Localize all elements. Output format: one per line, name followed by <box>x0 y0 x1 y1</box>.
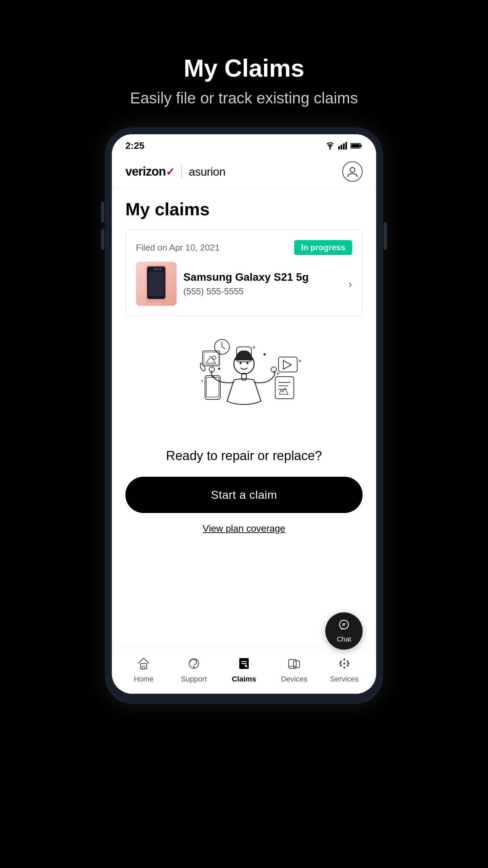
support-icon <box>185 655 202 672</box>
svg-point-65 <box>340 660 342 663</box>
devices-icon <box>286 655 303 672</box>
phone-thumbnail <box>143 265 170 302</box>
chat-fab-icon <box>338 619 350 634</box>
device-name: Samsung Galaxy S21 5g <box>183 271 342 283</box>
svg-point-50 <box>212 356 216 359</box>
svg-point-69 <box>343 658 345 660</box>
svg-text:✦: ✦ <box>217 366 221 372</box>
nav-item-home[interactable]: Home <box>119 655 169 684</box>
nav-item-claims[interactable]: Claims <box>219 655 269 684</box>
power-button <box>384 222 387 250</box>
svg-point-13 <box>157 268 159 270</box>
bottom-nav: Home Support <box>112 648 376 694</box>
svg-point-21 <box>271 367 277 372</box>
nav-label-devices: Devices <box>281 675 307 684</box>
device-info: Samsung Galaxy S21 5g (555) 555-5555 <box>183 271 342 297</box>
svg-point-51 <box>340 620 348 629</box>
page-wrapper: My Claims Easily file or track existing … <box>0 27 488 868</box>
svg-line-43 <box>222 347 225 349</box>
page-header: My Claims Easily file or track existing … <box>130 54 358 107</box>
asurion-logo: asurion <box>189 165 225 178</box>
chat-fab-label: Chat <box>337 635 351 643</box>
profile-icon <box>346 165 359 178</box>
app-header: verizon✓ asurion <box>112 155 376 189</box>
claim-device-row[interactable]: Samsung Galaxy S21 5g (555) 555-5555 › <box>136 262 352 306</box>
wifi-icon <box>325 142 336 150</box>
ready-text: Ready to repair or replace? <box>166 449 322 463</box>
svg-rect-44 <box>203 351 220 366</box>
device-image <box>136 262 177 306</box>
svg-point-64 <box>343 663 345 665</box>
svg-point-29 <box>243 353 245 356</box>
svg-rect-35 <box>275 377 294 399</box>
main-content: My claims Filed on Apr 10, 2021 In progr… <box>112 189 376 648</box>
view-plan-link[interactable]: View plan coverage <box>203 523 285 534</box>
claims-icon <box>236 655 252 672</box>
start-claim-button[interactable]: Start a claim <box>125 477 363 513</box>
svg-rect-8 <box>351 144 360 147</box>
nav-label-support: Support <box>181 675 207 684</box>
status-time: 2:25 <box>125 140 144 151</box>
svg-rect-7 <box>361 145 362 147</box>
phone-screen: 2:25 <box>112 134 376 694</box>
repair-illustration: ✦ + + ✦ + <box>186 337 302 438</box>
claims-page-title: My claims <box>125 199 363 219</box>
svg-rect-4 <box>343 143 345 150</box>
nav-item-devices[interactable]: Devices <box>269 655 319 684</box>
svg-text:+: + <box>201 378 203 383</box>
svg-rect-31 <box>279 357 297 372</box>
svg-point-17 <box>240 362 242 364</box>
svg-point-57 <box>193 666 195 668</box>
svg-rect-2 <box>338 146 340 150</box>
claim-card[interactable]: Filed on Apr 10, 2021 In progress <box>125 230 363 316</box>
svg-point-9 <box>350 167 355 172</box>
svg-point-72 <box>347 663 349 665</box>
svg-point-68 <box>347 665 349 667</box>
page-title: My Claims <box>130 54 358 82</box>
svg-rect-22 <box>205 376 220 399</box>
nav-label-home: Home <box>134 675 154 684</box>
status-badge: In progress <box>294 240 352 255</box>
verizon-logo: verizon✓ <box>125 164 175 179</box>
status-icons <box>325 142 363 150</box>
svg-rect-5 <box>345 142 347 150</box>
svg-point-66 <box>347 660 349 663</box>
nav-item-services[interactable]: Services <box>319 655 369 684</box>
svg-point-1 <box>329 148 331 150</box>
svg-text:+: + <box>252 344 256 351</box>
battery-icon <box>350 143 363 149</box>
home-icon <box>135 655 152 672</box>
svg-marker-32 <box>283 360 291 369</box>
svg-text:✦: ✦ <box>262 352 267 357</box>
profile-button[interactable] <box>342 161 363 182</box>
svg-text:+: + <box>276 370 280 377</box>
phone-shell: 2:25 <box>105 127 383 704</box>
filed-date: Filed on Apr 10, 2021 <box>136 242 220 253</box>
chat-fab-button[interactable]: Chat <box>325 612 363 650</box>
services-icon <box>336 655 353 672</box>
volume-button-up <box>101 202 104 222</box>
svg-point-70 <box>343 667 345 669</box>
nav-label-claims: Claims <box>232 675 256 684</box>
svg-marker-0 <box>328 145 332 148</box>
svg-rect-3 <box>341 145 342 150</box>
svg-point-71 <box>339 663 341 665</box>
svg-text:+: + <box>298 358 302 364</box>
logo-divider <box>181 165 182 178</box>
svg-marker-49 <box>206 356 216 363</box>
page-subtitle: Easily file or track existing claims <box>130 89 358 107</box>
svg-point-67 <box>340 665 342 667</box>
claim-card-header: Filed on Apr 10, 2021 In progress <box>136 240 352 255</box>
status-bar: 2:25 <box>112 134 376 155</box>
chevron-right-icon: › <box>348 278 352 290</box>
signal-icon <box>338 142 348 150</box>
device-phone-number: (555) 555-5555 <box>183 286 342 297</box>
illustration-area: ✦ + + ✦ + <box>125 330 363 551</box>
svg-point-18 <box>246 362 248 364</box>
screen-content: My claims Filed on Apr 10, 2021 In progr… <box>112 189 376 694</box>
svg-rect-15 <box>149 272 164 296</box>
volume-button-down <box>101 229 104 250</box>
nav-label-services: Services <box>330 675 359 684</box>
svg-point-14 <box>159 268 161 270</box>
nav-item-support[interactable]: Support <box>169 655 219 684</box>
